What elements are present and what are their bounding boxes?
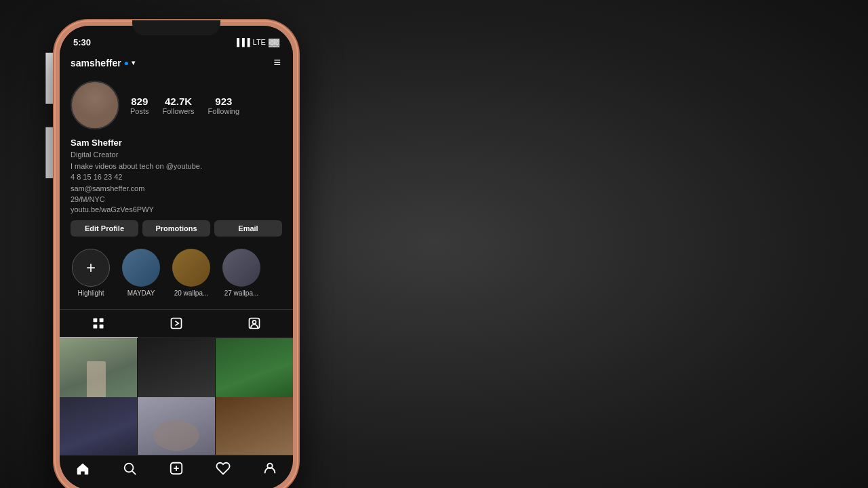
highlight-mayday-circle	[122, 249, 160, 287]
highlight-mayday[interactable]: MAYDAY	[121, 249, 161, 297]
chevron-down-icon: ▾	[132, 59, 135, 66]
bio-title: Digital Creator	[71, 149, 282, 161]
heart-icon	[216, 461, 231, 476]
stat-posts: 829 Posts	[130, 96, 149, 115]
nav-add[interactable]	[153, 461, 200, 476]
grid-icon	[92, 317, 105, 330]
phone-notch	[132, 20, 220, 35]
reels-icon	[170, 317, 183, 330]
photo-6-content	[216, 397, 293, 455]
network-label: LTE	[253, 38, 266, 46]
posts-count: 829	[130, 96, 149, 107]
bio-line4: 29/M/NYC	[71, 194, 282, 205]
promotions-button[interactable]: Promotions	[142, 220, 210, 237]
bio-link[interactable]: youtu.be/waGzVes6PWY	[71, 205, 282, 214]
highlight-20wallp-label: 20 wallpa...	[174, 289, 209, 297]
avatar-image	[72, 82, 118, 128]
tab-reels[interactable]	[138, 310, 216, 338]
svg-rect-5	[100, 318, 104, 322]
status-time: 5:30	[73, 37, 91, 47]
posts-label: Posts	[130, 107, 149, 115]
bio-line2: 4 8 15 16 23 42	[71, 171, 282, 183]
edit-profile-button[interactable]: Edit Profile	[71, 220, 138, 237]
avatar[interactable]	[71, 81, 119, 129]
bio-line1: I make videos about tech on @youtube.	[71, 161, 282, 172]
photo-4-content	[60, 397, 137, 455]
highlight-20wallp-circle	[172, 249, 210, 287]
menu-icon[interactable]: ≡	[273, 56, 282, 70]
svg-rect-4	[94, 318, 98, 322]
nav-profile[interactable]	[246, 461, 293, 476]
ig-username-text: samsheffer	[71, 58, 121, 68]
highlights-row: + Highlight MAYDAY 20 wallpa... 27 wallp…	[71, 246, 282, 304]
phone-screen: 5:30 ▐▐▐ LTE ▓▓ samsheffer ● ▾ ≡	[60, 26, 293, 488]
highlight-mayday-label: MAYDAY	[127, 289, 155, 297]
highlight-add-label: Highlight	[78, 289, 104, 297]
bio-line3: sam@samsheffer.com	[71, 183, 282, 195]
email-button[interactable]: Email	[214, 220, 282, 237]
nav-activity[interactable]	[199, 461, 246, 476]
svg-point-10	[252, 321, 256, 324]
following-count: 923	[208, 96, 239, 107]
stat-following[interactable]: 923 Following	[208, 96, 239, 115]
tab-grid[interactable]	[60, 310, 138, 338]
grid-photo-6[interactable]	[216, 397, 293, 455]
search-icon	[122, 461, 137, 476]
highlight-27wallp-label: 27 wallpa...	[224, 289, 259, 297]
battery-icon: ▓▓	[269, 38, 279, 46]
profile-bio: Sam Sheffer Digital Creator I make video…	[71, 138, 282, 214]
tagged-icon	[248, 317, 261, 330]
grid-photo-5[interactable]	[138, 397, 215, 455]
nav-home[interactable]	[60, 461, 106, 476]
highlight-add[interactable]: + Highlight	[71, 249, 111, 297]
profile-section: 829 Posts 42.7K Followers 923 Following …	[60, 75, 293, 309]
profile-stats: 829 Posts 42.7K Followers 923 Following	[130, 96, 282, 115]
profile-icon	[262, 461, 277, 476]
plus-icon: +	[86, 258, 96, 277]
photo-grid	[60, 338, 293, 455]
followers-count: 42.7K	[163, 96, 195, 107]
highlight-add-circle: +	[72, 249, 110, 287]
svg-rect-8	[172, 319, 182, 329]
tab-tagged[interactable]	[215, 310, 293, 338]
highlight-27wallp-circle	[222, 249, 260, 287]
status-icons: ▐▐▐ LTE ▓▓	[234, 38, 279, 46]
grid-photo-4[interactable]	[60, 397, 137, 455]
action-buttons: Edit Profile Promotions Email	[71, 220, 282, 237]
svg-point-11	[125, 464, 134, 472]
signal-icon: ▐▐▐	[234, 38, 250, 46]
followers-label: Followers	[163, 107, 195, 115]
following-label: Following	[208, 107, 239, 115]
ig-username-row[interactable]: samsheffer ● ▾	[71, 58, 135, 68]
profile-top: 829 Posts 42.7K Followers 923 Following	[71, 81, 282, 129]
nav-search[interactable]	[106, 461, 153, 476]
bio-name: Sam Sheffer	[71, 138, 282, 148]
svg-line-12	[132, 471, 136, 474]
photo-5-content	[138, 397, 215, 455]
stat-followers[interactable]: 42.7K Followers	[163, 96, 195, 115]
ig-header: samsheffer ● ▾ ≡	[60, 53, 293, 75]
phone-frame: 5:30 ▐▐▐ LTE ▓▓ samsheffer ● ▾ ≡	[54, 20, 298, 488]
home-icon	[75, 461, 90, 476]
highlight-27wallp[interactable]: 27 wallpa...	[221, 249, 262, 297]
add-icon	[169, 461, 184, 476]
svg-rect-6	[94, 324, 98, 328]
bottom-navigation	[60, 455, 293, 488]
verified-badge: ●	[124, 58, 129, 68]
content-tab-bar	[60, 309, 293, 338]
svg-rect-7	[100, 324, 104, 328]
highlight-20wallp[interactable]: 20 wallpa...	[171, 249, 212, 297]
